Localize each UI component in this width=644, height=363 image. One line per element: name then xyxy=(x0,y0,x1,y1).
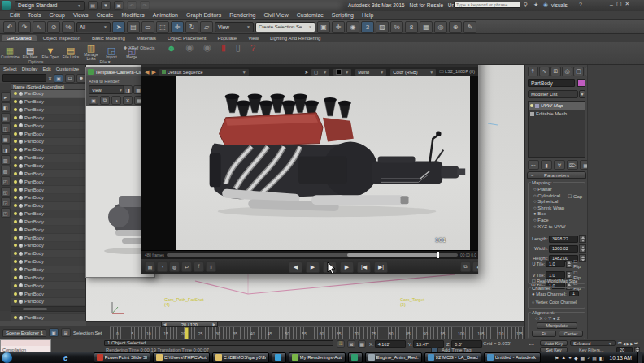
dimension-field[interactable]: Length: 3498.22 xyxy=(530,235,586,243)
toolbar-icon[interactable]: % xyxy=(390,21,403,33)
tray-icon[interactable]: ▦ xyxy=(581,355,585,361)
rv-transport-button[interactable]: |◀ xyxy=(357,261,371,273)
named-selection-set-dropdown[interactable]: Create Selection Se▼ xyxy=(255,22,315,32)
menu-item[interactable]: Graph Editors xyxy=(186,12,221,18)
explorer-filter-icon[interactable]: ▸ xyxy=(1,92,11,102)
scene-explorer-row[interactable]: PartBody xyxy=(11,226,86,234)
command-panel-tab[interactable]: ∿ xyxy=(539,67,550,76)
toolbar-icon[interactable]: ▱ xyxy=(200,21,213,33)
scene-explorer-row[interactable]: PartBody xyxy=(11,130,86,138)
toolbar-icon[interactable]: ▤ xyxy=(127,21,140,33)
rv-scrub-track[interactable] xyxy=(167,253,458,257)
command-panel-tab[interactable]: ▢ xyxy=(573,67,584,76)
maximize-button[interactable]: ▢ xyxy=(616,1,622,7)
key-mode-dropdown[interactable]: Selected▼ xyxy=(570,340,616,346)
tray-icon[interactable]: ● xyxy=(568,355,572,360)
scene-explorer-row[interactable]: PartBody xyxy=(11,242,86,250)
tray-icon[interactable]: ♪ xyxy=(587,355,590,360)
taskbar-button[interactable]: Engine_Anim_Red... xyxy=(365,352,422,363)
app-logo-icon[interactable] xyxy=(2,1,11,10)
find-icon[interactable]: ▣ xyxy=(54,74,63,83)
visibility-bulb-icon[interactable] xyxy=(14,140,17,143)
visibility-bulb-icon[interactable] xyxy=(14,148,17,151)
toolbar-icon[interactable]: ↻ xyxy=(185,21,198,33)
rv-viewer[interactable]: 101 xyxy=(141,76,479,250)
explorer-filter-icon[interactable]: ▧ xyxy=(1,166,11,175)
map-channel-radio[interactable]: ● Map Channel: xyxy=(532,292,567,296)
ribbon-tab[interactable]: Materials xyxy=(132,35,161,41)
field-value[interactable]: 1.0 xyxy=(546,271,565,279)
explorer-filter-icon[interactable]: ◳ xyxy=(1,208,11,218)
visibility-bulb-icon[interactable] xyxy=(14,212,17,215)
parameters-rollout-header[interactable]: −Parameters xyxy=(527,171,586,179)
ribbon-item[interactable]: ▤ File Links xyxy=(63,45,79,59)
ribbon-group-label[interactable]: File ▾ xyxy=(99,59,110,64)
mapping-radio[interactable]: ○ Cylindrical xyxy=(533,193,565,198)
field-spinner[interactable] xyxy=(566,271,572,279)
start-button[interactable] xyxy=(2,352,12,363)
taskbar-button[interactable]: Untitled - Autodesk ... xyxy=(484,352,541,363)
visibility-bulb-icon[interactable] xyxy=(14,316,17,319)
selection-set-label[interactable]: Selection Set xyxy=(73,331,102,335)
taskbar-button[interactable]: PowerPoint Slide Sh... xyxy=(94,352,150,363)
mapping-radio[interactable]: ○ Face xyxy=(533,218,565,223)
stack-tool-icon[interactable]: ∀ xyxy=(554,160,565,170)
menu-item[interactable]: Tools xyxy=(28,12,41,18)
command-panel-tab[interactable]: ◎ xyxy=(562,67,572,76)
playback-button[interactable]: ▶ xyxy=(626,341,629,346)
toolbar-icon[interactable]: % xyxy=(62,21,75,33)
menu-item[interactable]: Rendering xyxy=(229,12,255,18)
signed-in-user[interactable]: visuals xyxy=(551,2,568,8)
scene-explorer-row[interactable]: PartBody xyxy=(11,98,86,106)
fit-button[interactable]: Fit xyxy=(532,331,556,337)
workspace-dropdown[interactable]: Design Standard▼ xyxy=(15,1,85,11)
toolbar-icon[interactable]: ◎ xyxy=(434,21,447,33)
selection-filter-dropdown[interactable]: All▼ xyxy=(76,22,111,32)
ribbon-tab[interactable]: Get Started xyxy=(2,35,37,41)
tray-icon[interactable]: ▤ xyxy=(592,355,597,361)
rfw-area-dropdown[interactable]: View▼ xyxy=(89,85,126,94)
field-value[interactable]: 1.0 xyxy=(546,261,565,268)
menu-item[interactable]: Civil View xyxy=(263,12,288,18)
visibility-bulb-icon[interactable] xyxy=(14,268,17,271)
taskbar-button[interactable]: C:\Users\THPC\Aut... xyxy=(153,352,210,363)
rfw-tool-icon[interactable]: ✕ xyxy=(123,96,133,105)
absolute-mode-icon[interactable]: ▦ xyxy=(358,340,366,348)
ribbon-item-icon[interactable]: ◉ xyxy=(186,42,194,53)
scene-explorer-row[interactable]: PartBody xyxy=(11,162,86,171)
rv-tool-icon[interactable]: ⤓ xyxy=(206,261,216,272)
rv-view-icon[interactable]: ⧉ xyxy=(460,261,471,272)
menu-item[interactable]: Group xyxy=(49,12,64,18)
key-link-icon[interactable]: ⊶ xyxy=(529,341,534,348)
explorer-mode-icon[interactable]: ▣ xyxy=(49,328,59,337)
visibility-bulb-icon[interactable] xyxy=(14,284,17,287)
toolbar-icon[interactable]: ✎ xyxy=(463,21,476,33)
scene-explorer-row[interactable]: PartBody xyxy=(11,170,86,178)
rfw-tool-icon[interactable]: ◑ xyxy=(111,96,121,105)
visibility-bulb-icon[interactable] xyxy=(14,116,17,119)
internet-explorer-icon[interactable]: e xyxy=(63,353,68,362)
visibility-bulb-icon[interactable] xyxy=(14,300,17,303)
dimension-field[interactable]: Width: 1360.02 xyxy=(530,244,586,253)
visibility-bulb-icon[interactable] xyxy=(14,172,17,175)
stack-tool-icon[interactable]: ⊷ xyxy=(528,160,539,170)
center-button[interactable]: Center xyxy=(559,331,583,337)
rv-tool-icon[interactable]: ⤒ xyxy=(194,261,204,272)
rv-channel-dropdown[interactable]: Color (RGB)▼ xyxy=(389,68,437,76)
visibility-bulb-icon[interactable] xyxy=(14,108,17,111)
object-color-swatch[interactable] xyxy=(577,79,585,87)
rv-tool-icon[interactable]: ◍ xyxy=(169,261,180,272)
taskbar-button[interactable]: My Renderings-Auto... xyxy=(289,352,346,363)
rv-tool-icon[interactable]: ▤ xyxy=(145,261,155,272)
visibility-bulb-icon[interactable] xyxy=(14,180,17,184)
scene-explorer-menu-item[interactable]: Select xyxy=(3,67,17,71)
menu-item[interactable]: Views xyxy=(73,12,89,18)
help-icon[interactable]: ? xyxy=(579,2,582,7)
tray-icon[interactable]: ◧ xyxy=(599,355,604,361)
scene-explorer-menu-item[interactable]: Edit xyxy=(42,67,50,71)
ribbon-tab[interactable]: Object Inspection xyxy=(38,35,85,41)
visibility-bulb-icon[interactable] xyxy=(14,236,17,240)
toolbar-icon[interactable]: ✛ xyxy=(332,21,345,33)
menu-item[interactable]: Help xyxy=(362,12,373,18)
scene-explorer-row[interactable]: PartBody xyxy=(11,234,86,242)
